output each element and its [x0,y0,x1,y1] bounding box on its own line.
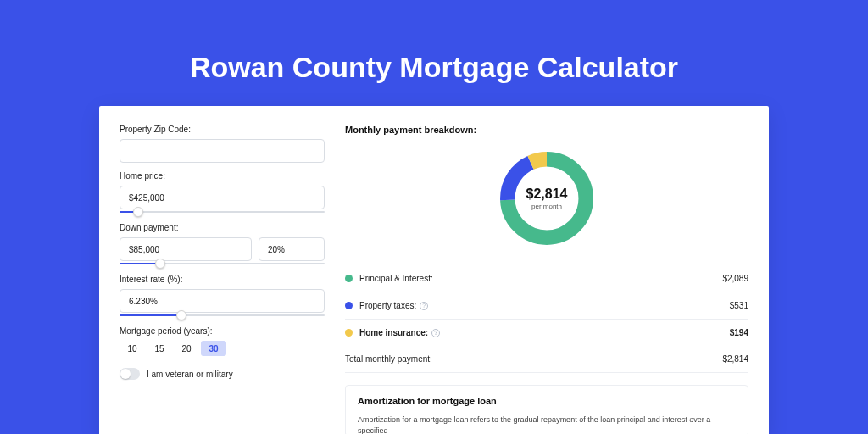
legend-label: Home insurance: ? [359,328,440,337]
home-price-label: Home price: [120,171,325,181]
interest-slider[interactable] [120,314,325,316]
veteran-label: I am veteran or military [147,370,233,379]
down-payment-slider[interactable] [120,263,325,264]
period-label: Mortgage period (years): [120,326,325,336]
donut-sublabel: per month [531,203,562,210]
zip-label: Property Zip Code: [120,125,325,134]
legend-row: Home insurance: ?$194 [345,320,748,346]
legend-dot-icon [345,329,353,337]
legend-row: Property taxes: ?$531 [345,292,748,320]
legend-value: $531 [730,301,748,310]
total-value: $2,814 [722,354,748,364]
form-column: Property Zip Code: Home price: Down paym… [120,125,325,434]
period-option-15[interactable]: 15 [147,341,172,356]
amortization-title: Amortization for mortgage loan [358,396,736,406]
amortization-body: Amortization for a mortgage loan refers … [358,415,736,434]
interest-input[interactable] [120,289,325,313]
slider-thumb-icon[interactable] [176,310,186,320]
payment-donut-chart: $2,814 per month [495,147,598,250]
breakdown-column: Monthly payment breakdown: $2,814 per mo… [345,125,748,434]
legend-dot-icon [345,302,353,309]
veteran-toggle[interactable] [120,368,140,380]
period-option-10[interactable]: 10 [120,341,145,356]
period-option-20[interactable]: 20 [174,341,199,356]
amortization-card: Amortization for mortgage loan Amortizat… [345,385,748,434]
total-label: Total monthly payment: [345,354,432,364]
info-icon[interactable]: ? [420,302,428,310]
legend-value: $194 [730,328,748,337]
donut-amount: $2,814 [526,187,568,201]
info-icon[interactable]: ? [431,329,440,337]
down-payment-amount-input[interactable] [120,237,252,261]
period-option-30[interactable]: 30 [201,341,226,356]
slider-thumb-icon[interactable] [155,259,165,269]
legend-label: Property taxes: ? [359,301,428,310]
interest-label: Interest rate (%): [120,275,325,284]
slider-thumb-icon[interactable] [133,207,143,217]
page-title: Rowan County Mortgage Calculator [0,0,868,106]
legend-value: $2,089 [722,274,748,283]
zip-input[interactable] [120,139,325,163]
total-row: Total monthly payment: $2,814 [345,346,748,373]
calculator-card: Property Zip Code: Home price: Down paym… [99,106,769,434]
period-options: 10152030 [120,341,325,356]
legend-row: Principal & Interest:$2,089 [345,265,748,292]
home-price-input[interactable] [120,186,325,209]
legend-label: Principal & Interest: [359,274,433,283]
down-payment-percent-input[interactable] [259,237,325,261]
home-price-slider[interactable] [120,211,325,213]
down-payment-label: Down payment: [120,223,325,232]
legend-dot-icon [345,275,353,282]
breakdown-title: Monthly payment breakdown: [345,125,748,135]
